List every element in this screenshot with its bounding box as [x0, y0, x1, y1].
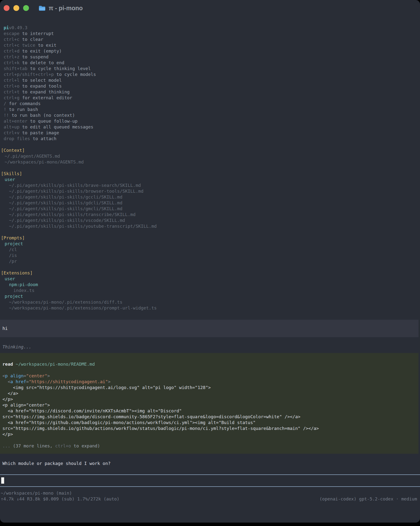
code-line: <img src="https://shittycodingagent.ai/l…	[0, 385, 419, 391]
terminal-content: piv0.49.3 escapeto interrupt ctrl+cto cl…	[0, 16, 420, 502]
shortcut-hint: alt+enterto queue follow-up	[0, 118, 420, 124]
code-line: <p align="center">	[0, 402, 419, 408]
code-line: <a href="https://github.com/badlogic/pi-…	[0, 420, 419, 425]
code-line: <a href="https://discord.com/invite/nKXT…	[0, 408, 419, 414]
code-line: </p>	[0, 431, 419, 437]
skills-section-header: [Skills]	[0, 171, 420, 177]
code-line: <p align="center">	[0, 373, 419, 379]
context-path: ~/workspaces/pi-mono/AGENTS.md	[0, 159, 420, 165]
extensions-section-header: [Extensions]	[0, 270, 420, 276]
shortcut-hint: shift+tabto cycle thinking level	[0, 66, 420, 71]
statusbar-token-stats: ↑4.7k ↓44 R3.8k $0.009 (sub) 1.7%/272k (…	[1, 496, 120, 502]
shortcut-hint: ctrl+kto delete to end	[0, 60, 420, 66]
spacer	[0, 367, 419, 373]
code-line: </p>	[0, 396, 419, 402]
shortcut-hint: ctrl+dto exit (empty)	[0, 48, 420, 54]
skills-group-label: user	[0, 177, 420, 182]
close-button[interactable]	[4, 5, 10, 11]
context-section-header: [Context]	[0, 147, 420, 153]
shortcut-hint: !to run bash	[0, 107, 420, 112]
prompt-input[interactable]	[0, 475, 420, 487]
shortcut-hint: ctrl+gfor external editor	[0, 95, 420, 101]
shortcut-hint: ctrl+tto expand thinking	[0, 89, 420, 95]
skill-path: ~/.pi/agent/skills/pi-skills/brave-searc…	[0, 182, 420, 188]
spacer	[0, 264, 420, 270]
folder-icon	[39, 5, 45, 11]
shortcut-hint: ctrl+vto paste image	[0, 130, 420, 136]
shortcut-hint: alt+upto edit all queued messages	[0, 124, 420, 130]
code-line: <a href="https://shittycodingagent.ai">	[0, 379, 419, 385]
prompts-section-header: [Prompts]	[0, 235, 420, 241]
code-line: src="https://img.shields.io/badge/discor…	[0, 414, 419, 420]
shortcut-hint: /for commands	[0, 101, 420, 107]
extension-npm-file: index.ts	[0, 288, 420, 293]
window-title: π - pi-mono	[49, 5, 83, 12]
app-version-line: piv0.49.3	[0, 25, 420, 31]
shortcut-hint: ctrl+cto clear	[0, 37, 420, 42]
shortcut-hint: ctrl+c twiceto exit	[0, 42, 420, 48]
statusbar-bottom-row: ↑4.7k ↓44 R3.8k $0.009 (sub) 1.7%/272k (…	[0, 496, 420, 502]
thinking-indicator: Thinking...	[0, 344, 420, 350]
skill-path: ~/.pi/agent/skills/pi-skills/browser-too…	[0, 188, 420, 194]
statusbar-model-info: (openai-codex) gpt-5.2-codex · medium	[319, 496, 417, 502]
tool-call-header: read~/workspaces/pi-mono/README.md	[0, 361, 419, 367]
extensions-project-label: project	[0, 293, 420, 299]
extension-file: ~/workspaces/pi-mono/.pi/extensions/prom…	[0, 305, 420, 311]
statusbar-cwd-branch: ~/workspaces/pi-mono (main)	[0, 490, 420, 496]
extension-npm-package: npm:pi-doom	[0, 282, 420, 288]
titlebar: π - pi-mono	[0, 0, 420, 16]
maximize-button[interactable]	[23, 5, 29, 11]
shortcut-hint: ctrl+p/shift+ctrl+pto cycle models	[0, 71, 420, 77]
code-line: src="https://img.shields.io/github/actio…	[0, 425, 419, 431]
skill-path: ~/.pi/agent/skills/pi-skills/transcribe/…	[0, 212, 420, 218]
skill-path: ~/.pi/agent/skills/pi-skills/gccli/SKILL…	[0, 194, 420, 200]
extensions-user-label: user	[0, 276, 420, 282]
context-path: ~/.pi/agent/AGENTS.md	[0, 153, 420, 159]
tool-argument: ~/workspaces/pi-mono/README.md	[16, 362, 95, 367]
app-version: v0.49.3	[9, 25, 28, 30]
user-message-text: hi	[0, 325, 419, 331]
assistant-message: Which module or package should I work on…	[0, 461, 420, 466]
shortcut-hint: !!to run bash (no context)	[0, 112, 420, 118]
skill-path: ~/.pi/agent/skills/pi-skills/vscode/SKIL…	[0, 218, 420, 223]
spacer	[0, 142, 420, 147]
spacer	[0, 437, 419, 443]
app-name: pi	[4, 25, 9, 30]
skill-path: ~/.pi/agent/skills/pi-skills/gmcli/SKILL…	[0, 206, 420, 212]
truncation-hint: ... (37 more lines, ctrl+o to expand)	[0, 443, 419, 449]
prompt-item: /cl	[0, 247, 420, 253]
shortcut-hint: ctrl+lto select model	[0, 77, 420, 83]
skill-path: ~/.pi/agent/skills/pi-skills/youtube-tra…	[0, 223, 420, 229]
shortcut-hint: ctrl+zto suspend	[0, 54, 420, 60]
shortcut-hint: drop filesto attach	[0, 136, 420, 142]
terminal-window: π - pi-mono piv0.49.3 escapeto interrupt…	[0, 0, 420, 523]
tool-name: read	[2, 362, 13, 367]
spacer	[0, 165, 420, 171]
extension-file: ~/workspaces/pi-mono/.pi/extensions/diff…	[0, 299, 420, 305]
shortcut-hint: escapeto interrupt	[0, 31, 420, 37]
spacer	[0, 229, 420, 235]
prompt-item: /pr	[0, 258, 420, 264]
skill-path: ~/.pi/agent/skills/pi-skills/gdcli/SKILL…	[0, 200, 420, 206]
prompt-item: /is	[0, 253, 420, 258]
shortcut-hint: ctrl+oto expand tools	[0, 83, 420, 89]
user-message: hi	[0, 320, 419, 337]
code-line: </a>	[0, 391, 419, 396]
text-cursor	[1, 477, 4, 484]
prompts-group-label: project	[0, 241, 420, 247]
tool-call-read: read~/workspaces/pi-mono/README.md <p al…	[0, 353, 419, 454]
minimize-button[interactable]	[13, 5, 19, 11]
